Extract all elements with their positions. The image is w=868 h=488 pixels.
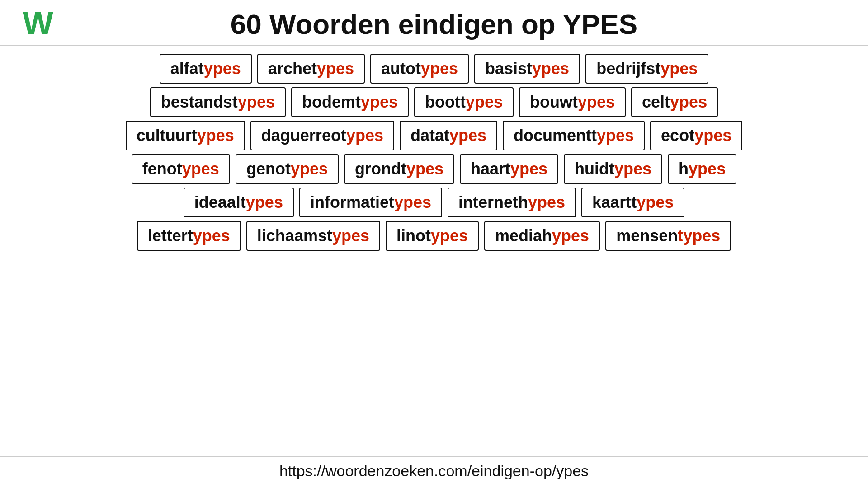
word-autotypes: autotypes: [370, 54, 469, 84]
word-prefix: documentt: [514, 126, 597, 145]
word-suffix: ypes: [332, 226, 369, 245]
word-suffix: ypes: [670, 93, 707, 112]
word-row-3: cultuurtypes daguerreotypes datatypes do…: [23, 121, 845, 150]
logo: W: [23, 7, 53, 39]
word-prefix: kaartt: [592, 193, 637, 212]
word-bodemtypes: bodemtypes: [291, 87, 409, 117]
word-mensentypes: mensentypes: [605, 221, 731, 251]
word-suffix: ypes: [689, 160, 726, 178]
word-prefix: huidt: [575, 160, 614, 178]
word-prefix: linot: [396, 226, 431, 245]
word-suffix: ypes: [238, 93, 275, 112]
word-suffix: ypes: [637, 193, 674, 212]
word-prefix: h: [679, 160, 689, 178]
word-suffix: ypes: [449, 126, 486, 145]
page-title: 60 Woorden eindigen op YPES: [231, 8, 637, 40]
word-prefix: grondt: [355, 160, 406, 178]
word-bedrijfstypes: bedrijfstypes: [585, 54, 708, 84]
word-suffix: ypes: [552, 226, 589, 245]
word-prefix: boott: [425, 93, 466, 112]
word-bestandstypes: bestandstypes: [150, 87, 286, 117]
word-prefix: alfat: [170, 59, 204, 78]
word-boottypes: boottypes: [414, 87, 514, 117]
word-fenotypes: fenotypes: [132, 154, 230, 184]
word-suffix: ypes: [510, 160, 547, 178]
word-suffix: ypes: [431, 226, 468, 245]
word-bouwtypes: bouwtypes: [519, 87, 626, 117]
word-suffix: ypes: [317, 59, 354, 78]
word-ecotypes: ecotypes: [650, 121, 742, 150]
word-prefix: fenot: [142, 160, 182, 178]
word-cultuurtypes: cultuurtypes: [126, 121, 245, 150]
word-lettertypes: lettertypes: [137, 221, 241, 251]
word-prefix: bedrijfst: [596, 59, 660, 78]
word-linotypes: linotypes: [386, 221, 479, 251]
word-ideaaltypes: ideaaltypes: [184, 188, 294, 217]
word-basistypes: basistypes: [474, 54, 580, 84]
word-grondtypes: grondtypes: [344, 154, 454, 184]
word-row-1: alfatypes archetypes autotypes basistype…: [23, 54, 845, 84]
word-huidtypes: huidtypes: [564, 154, 662, 184]
word-informatietypes: informatietypes: [299, 188, 442, 217]
word-suffix: ypes: [291, 160, 328, 178]
footer-url: https://woordenzoeken.com/eindigen-op/yp…: [279, 462, 589, 479]
word-prefix: cultuurt: [137, 126, 197, 145]
word-genotypes: genotypes: [236, 154, 339, 184]
word-suffix: ypes: [528, 193, 565, 212]
word-mediahypes: mediahypes: [484, 221, 600, 251]
word-suffix: ypes: [421, 59, 458, 78]
word-prefix: lettert: [148, 226, 193, 245]
word-alfatypes: alfatypes: [160, 54, 252, 84]
word-row-4: fenotypes genotypes grondtypes haartypes…: [23, 154, 845, 184]
word-prefix: genot: [246, 160, 291, 178]
word-suffix: ypes: [532, 59, 569, 78]
word-suffix: ypes: [394, 193, 431, 212]
word-prefix: interneth: [458, 193, 528, 212]
word-suffix: ypes: [361, 93, 398, 112]
word-suffix: ypes: [193, 226, 230, 245]
word-datatypes: datatypes: [400, 121, 497, 150]
word-prefix: informatiet: [310, 193, 394, 212]
page-header: W 60 Woorden eindigen op YPES: [0, 0, 868, 46]
footer: https://woordenzoeken.com/eindigen-op/yp…: [0, 456, 868, 488]
word-prefix: bouwt: [530, 93, 578, 112]
word-suffix: ypes: [614, 160, 651, 178]
word-suffix: types: [678, 226, 720, 245]
word-prefix: ecot: [661, 126, 694, 145]
word-row-5: ideaaltypes informatietypes internethype…: [23, 188, 845, 217]
word-prefix: mensen: [616, 226, 678, 245]
word-suffix: ypes: [182, 160, 219, 178]
word-prefix: bestandst: [161, 93, 238, 112]
word-kaarttypes: kaarttypes: [581, 188, 684, 217]
word-prefix: ideaalt: [194, 193, 246, 212]
word-daguerreotypes: daguerreotypes: [250, 121, 394, 150]
word-suffix: ypes: [346, 126, 383, 145]
word-row-2: bestandstypes bodemtypes boottypes bouwt…: [23, 87, 845, 117]
word-internethypes: internethypes: [448, 188, 576, 217]
word-prefix: haart: [471, 160, 510, 178]
word-celtypes: celtypes: [631, 87, 718, 117]
word-prefix: basist: [485, 59, 532, 78]
word-prefix: mediah: [495, 226, 552, 245]
word-suffix: ypes: [246, 193, 283, 212]
word-prefix: daguerreot: [261, 126, 346, 145]
word-hypes: hypes: [668, 154, 736, 184]
word-prefix: archet: [268, 59, 317, 78]
word-suffix: ypes: [204, 59, 241, 78]
word-lichaamstypes: lichaamstypes: [246, 221, 380, 251]
word-suffix: ypes: [578, 93, 615, 112]
word-prefix: lichaamst: [257, 226, 332, 245]
word-row-6: lettertypes lichaamstypes linotypes medi…: [23, 221, 845, 251]
word-haartypes: haartypes: [460, 154, 558, 184]
word-suffix: ypes: [406, 160, 443, 178]
word-archetypes: archetypes: [257, 54, 365, 84]
word-suffix: ypes: [660, 59, 698, 78]
word-suffix: ypes: [694, 126, 731, 145]
word-suffix: ypes: [466, 93, 503, 112]
words-container: alfatypes archetypes autotypes basistype…: [0, 46, 868, 456]
word-prefix: autot: [381, 59, 421, 78]
word-prefix: bodemt: [302, 93, 361, 112]
word-suffix: ypes: [597, 126, 634, 145]
word-documenttypes: documenttypes: [503, 121, 645, 150]
word-prefix: celt: [642, 93, 670, 112]
